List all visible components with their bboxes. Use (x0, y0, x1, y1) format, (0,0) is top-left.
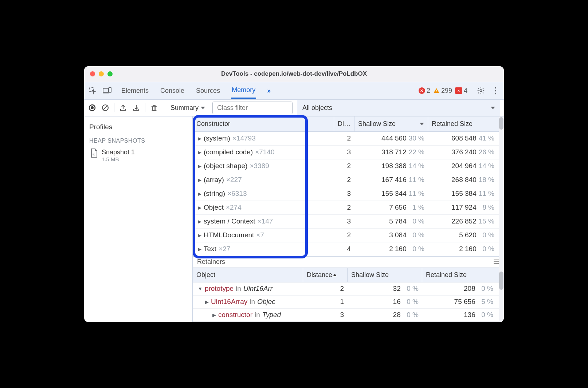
perspective-select[interactable]: Summary (168, 103, 208, 113)
warning-counter[interactable]: 299 (433, 87, 452, 95)
issues-count: 4 (464, 87, 467, 95)
distance-value: 2 (303, 285, 348, 293)
expand-icon[interactable]: ▶ (205, 299, 209, 305)
load-profile-icon[interactable] (119, 103, 128, 112)
retained-size-value: 208 0 % (422, 285, 497, 293)
retainers-table-header: Object Distance Shallow Size Retained Si… (193, 268, 504, 282)
error-counter[interactable]: ✕2 (419, 87, 430, 95)
instance-count: ×227 (226, 176, 242, 184)
col-retained-size[interactable]: Retained Size (428, 116, 498, 131)
distance-value: 3 (334, 217, 354, 225)
settings-icon[interactable] (476, 86, 486, 95)
distance-value: 2 (334, 231, 354, 239)
more-options-icon[interactable] (491, 86, 500, 95)
table-row[interactable]: ▶(array) ×2272167 416 11 %268 840 18 % (193, 173, 504, 187)
collect-garbage-icon[interactable] (150, 103, 158, 112)
retainer-row[interactable]: ▶constructor in Typed328 0 %136 0 % (193, 309, 504, 322)
tabs-overflow-button[interactable]: » (266, 83, 271, 98)
class-filter-input[interactable] (212, 102, 293, 114)
retainers-title: Retainers (197, 258, 225, 266)
constructor-rows: ▶(system) ×147932444 560 30 %608 548 41 … (193, 132, 504, 256)
constructor-name: (object shape) (204, 162, 247, 170)
device-toolbar-icon[interactable] (102, 86, 112, 95)
shallow-size-value: 2 160 0 % (354, 245, 428, 253)
expand-icon[interactable]: ▶ (198, 233, 201, 238)
main-scrollbar[interactable] (499, 116, 504, 322)
retainer-row[interactable]: ▼prototype in Uint16Arr232 0 %208 0 % (193, 282, 504, 296)
instance-count: ×147 (258, 217, 273, 225)
distance-value: 2 (334, 176, 354, 184)
expand-icon[interactable]: ▶ (198, 205, 201, 210)
clear-icon[interactable] (101, 103, 110, 112)
distance-value: 2 (334, 134, 354, 142)
table-row[interactable]: ▶Text ×2742 160 0 %2 160 0 % (193, 242, 504, 256)
property-name: Uint16Array (211, 298, 247, 306)
holder-class: Uint16Arr (243, 285, 273, 293)
col-distance-ret[interactable]: Distance (303, 268, 348, 282)
distance-value: 2 (334, 203, 354, 211)
shallow-size-value: 3 084 0 % (354, 231, 428, 239)
inspect-element-icon[interactable] (88, 86, 97, 95)
tab-elements[interactable]: Elements (121, 83, 149, 98)
retained-size-value: 226 852 15 % (428, 217, 498, 225)
retainer-row[interactable]: ▶Uint16Array in Objec116 0 %75 656 5 % (193, 296, 504, 309)
error-count: 2 (427, 87, 430, 95)
devtools-window: DevTools - codepen.io/web-dot-dev/live/P… (84, 66, 504, 322)
minimize-window-button[interactable] (99, 71, 104, 76)
col-shallow-size[interactable]: Shallow Size (354, 116, 428, 131)
shallow-size-value: 198 388 14 % (354, 162, 428, 170)
expand-icon[interactable]: ▶ (198, 219, 201, 224)
chevron-down-icon (491, 107, 495, 109)
retained-size-value: 2 160 0 % (428, 245, 498, 253)
col-constructor[interactable]: Constructor (193, 116, 334, 131)
table-row[interactable]: ▶(string) ×63133155 344 11 %155 384 11 % (193, 187, 504, 201)
table-row[interactable]: ▶Object ×27427 656 1 %117 924 8 % (193, 201, 504, 215)
expand-icon[interactable]: ▶ (212, 312, 216, 318)
tab-memory[interactable]: Memory (231, 83, 256, 99)
table-row[interactable]: ▶(system) ×147932444 560 30 %608 548 41 … (193, 132, 504, 146)
expand-icon[interactable]: ▼ (198, 286, 203, 292)
expand-icon[interactable]: ▶ (198, 191, 201, 197)
expand-icon[interactable]: ▶ (198, 177, 201, 183)
snapshot-item[interactable]: % Snapshot 1 1.5 MB (89, 147, 191, 164)
heap-snapshots-group-label: HEAP SNAPSHOTS (89, 138, 191, 144)
constructor-name: (compiled code) (204, 148, 253, 156)
scroll-thumb-ret[interactable] (499, 272, 503, 290)
retained-size-value: 204 964 14 % (428, 162, 498, 170)
constructor-name: Object (204, 203, 224, 211)
expand-icon[interactable]: ▶ (198, 163, 201, 169)
table-row[interactable]: ▶(compiled code) ×71403318 712 22 %376 2… (193, 146, 504, 159)
object-scope-label: All objects (302, 104, 332, 112)
issues-counter[interactable]: × 4 (455, 87, 467, 95)
shallow-size-value: 16 0 % (348, 298, 422, 306)
retained-size-value: 268 840 18 % (428, 176, 498, 184)
close-window-button[interactable] (90, 71, 95, 76)
save-profile-icon[interactable] (132, 103, 141, 112)
tab-console[interactable]: Console (160, 83, 185, 98)
shallow-size-value: 5 784 0 % (354, 217, 428, 225)
instance-count: ×7 (256, 231, 264, 239)
shallow-size-value: 7 656 1 % (354, 203, 428, 211)
memory-panel-body: Profiles HEAP SNAPSHOTS % Snapshot 1 1.5… (84, 116, 504, 322)
memory-main: Constructor Di… Shallow Size Retained Si… (193, 116, 504, 322)
object-scope-select[interactable]: All objects (297, 100, 500, 116)
table-row[interactable]: ▶(object shape) ×33892198 388 14 %204 96… (193, 159, 504, 173)
window-controls (90, 71, 113, 76)
instance-count: ×3389 (250, 162, 269, 170)
table-row[interactable]: ▶system / Context ×14735 784 0 %226 852 … (193, 215, 504, 229)
expand-icon[interactable]: ▶ (198, 150, 201, 155)
snapshot-name: Snapshot 1 (102, 149, 135, 156)
tab-sources[interactable]: Sources (195, 83, 221, 98)
expand-icon[interactable]: ▶ (198, 246, 201, 252)
scroll-thumb-top[interactable] (499, 117, 503, 130)
col-object[interactable]: Object (193, 268, 303, 282)
table-row[interactable]: ▶HTMLDocument ×723 084 0 %5 620 0 % (193, 229, 504, 242)
expand-icon[interactable]: ▶ (198, 136, 201, 141)
col-shallow-ret[interactable]: Shallow Size (348, 268, 422, 282)
maximize-window-button[interactable] (107, 71, 113, 76)
col-distance[interactable]: Di… (334, 116, 354, 131)
in-keyword: in (236, 285, 241, 293)
col-retained-ret[interactable]: Retained Size (422, 268, 497, 282)
record-icon[interactable] (88, 103, 97, 112)
shallow-size-value: 155 344 11 % (354, 190, 428, 198)
